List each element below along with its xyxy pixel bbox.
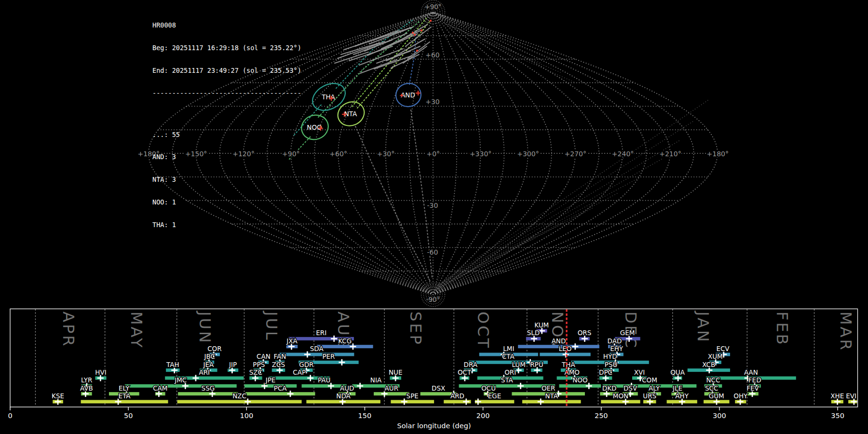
shower-code-label: PAU: [318, 376, 330, 384]
activity-bar: [391, 400, 434, 403]
great-circle-extension: [444, 23, 560, 72]
shower-code-label: ZCS: [272, 361, 285, 368]
shower-code-label: DSV: [624, 384, 637, 392]
shower-NUE: NUE: [389, 368, 403, 381]
activity-bar: [125, 384, 237, 388]
latitude-label: +30: [425, 98, 440, 106]
shower-code-label: GDR: [299, 361, 313, 368]
shower-code-label: GEM: [620, 329, 635, 337]
count-sporadic: ...: 55: [152, 131, 301, 139]
activity-bar: [244, 384, 297, 388]
meteor-end-dot: [414, 34, 416, 36]
longitude-label: +180°: [707, 150, 729, 158]
great-circle-extension: [437, 159, 662, 286]
shower-HVI: HVI: [95, 368, 106, 381]
great-circle-extension: [434, 258, 470, 292]
great-circle-extension: [441, 22, 540, 63]
meteor-trail: [344, 27, 411, 50]
shower-code-label: NIA: [370, 376, 382, 384]
shower-code-label: NCC: [706, 376, 720, 384]
shower-code-label: ORI: [504, 368, 516, 376]
meteor-end-dot: [420, 29, 422, 31]
shower-code-label: XUM: [708, 353, 723, 360]
shower-code-label: COM: [642, 376, 657, 384]
shower-code-label: LEO: [559, 345, 572, 353]
shower-code-label: HYD: [603, 353, 617, 360]
shower-code-label: AVB: [80, 384, 93, 392]
x-axis-tick-label: 300: [713, 412, 726, 420]
shower-code-label: AUR: [385, 384, 399, 392]
x-axis-tick-label: 250: [595, 412, 608, 420]
shower-code-label: AAN: [744, 368, 758, 376]
activity-bar: [245, 392, 315, 395]
great-circle-extension: [438, 141, 679, 285]
shower-code-label: JLE: [672, 384, 682, 392]
shower-AHY: AHY: [667, 392, 697, 405]
count-NTA: NTA: 3: [152, 176, 301, 184]
separator-line: --------------------------------------: [152, 90, 301, 97]
longitude-label: +210°: [659, 150, 681, 158]
shower-code-label: TAH: [166, 361, 179, 368]
longitude-label: +300°: [517, 150, 539, 158]
shower-code-label: CAP: [293, 368, 306, 376]
shower-code-label: PPS: [253, 361, 265, 368]
shower-SLD: SLD: [526, 329, 541, 342]
pole-label-south: -90°: [426, 296, 440, 303]
shower-code-label: CAN: [257, 353, 271, 360]
shower-code-label: ERI: [316, 329, 326, 337]
latitude-label: -30: [427, 202, 438, 209]
activity-bar: [374, 392, 409, 395]
great-circle-extension: [440, 100, 708, 284]
shower-code-label: AHY: [675, 392, 689, 400]
shower-code-label: NTA: [545, 392, 558, 400]
shower-code-label: QUA: [670, 368, 685, 376]
shower-code-label: LMI: [503, 345, 514, 353]
shower-JIP: JIP: [228, 361, 238, 374]
month-label: SEP: [407, 312, 425, 346]
shower-KSE: KSE: [52, 392, 64, 405]
shower-code-label: ALY: [649, 384, 660, 392]
activity-bar: [177, 400, 302, 403]
shower-DPC: DPC: [599, 368, 612, 381]
shower-code-label: JPE: [265, 376, 276, 384]
shower-code-label: ARD: [450, 392, 464, 400]
shower-URS: URS: [643, 392, 656, 405]
shower-code-label: PCA: [274, 384, 287, 392]
x-axis-tick-label: 150: [358, 412, 372, 420]
shower-code-label: JIP: [229, 361, 237, 368]
shower-code-label: FAN: [273, 353, 286, 360]
shower-code-label: NOO: [572, 376, 587, 384]
activity-bar: [522, 400, 581, 403]
shower-code-label: XHE: [830, 392, 844, 400]
shower-EGE: EGE: [475, 392, 515, 405]
longitude-label: +240°: [612, 150, 634, 158]
longitude-label: +0°: [426, 150, 440, 158]
shower-code-label: JBC: [204, 353, 215, 360]
shower-code-label: NUE: [389, 368, 403, 376]
month-label: OCT: [474, 312, 492, 350]
shower-NDA: NDA: [306, 392, 380, 405]
activity-bar: [459, 384, 556, 388]
x-axis-title: Solar longitude (deg): [397, 422, 471, 430]
longitude-label: +30°: [377, 150, 395, 158]
shower-code-label: SCC: [705, 384, 718, 392]
month-label: FEB: [773, 312, 791, 347]
current-sol-marker: [566, 310, 567, 407]
shower-code-label: JEA: [203, 361, 214, 368]
shower-code-label: EGE: [488, 392, 502, 400]
count-THA: THA: 1: [152, 221, 301, 229]
shower-code-label: FEV: [746, 384, 759, 392]
shower-AVB: AVB: [80, 384, 93, 397]
shower-code-label: DPC: [599, 368, 612, 376]
x-axis-tick-label: 100: [240, 412, 253, 420]
shower-code-label: JMC: [174, 376, 187, 384]
shower-code-label: CTA: [502, 353, 515, 360]
shower-code-label: SLD: [527, 329, 540, 337]
shower-ZCS: ZCS: [272, 361, 285, 374]
radiant-code-label: NOO: [307, 123, 322, 131]
shower-OCT: OCT: [458, 368, 472, 381]
shower-code-label: SPE: [407, 392, 419, 400]
shower-CAM: CAM: [153, 384, 167, 397]
great-circle-extension: [446, 25, 574, 82]
shower-code-label: XVI: [634, 368, 645, 376]
